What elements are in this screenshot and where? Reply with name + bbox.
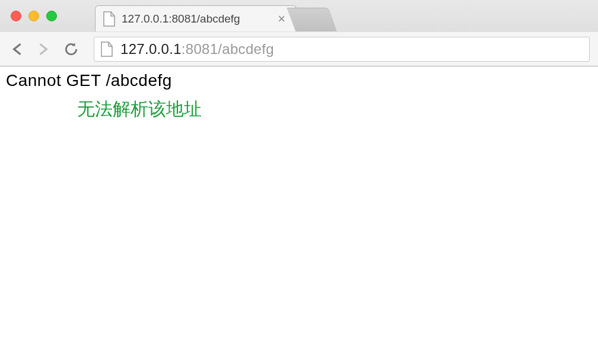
browser-tab[interactable]: 127.0.0.1:8081/abcdefg × [95,5,297,31]
back-button[interactable] [8,41,25,58]
browser-chrome: 127.0.0.1:8081/abcdefg × [0,0,598,66]
window-close-button[interactable] [11,11,21,21]
window-maximize-button[interactable] [46,11,57,21]
address-port-path: :8081/abcdefg [182,41,274,57]
tab-title: 127.0.0.1:8081/abcdefg [122,12,274,25]
error-message: Cannot GET /abcdefg [6,71,592,90]
page-content: Cannot GET /abcdefg 无法解析该地址 [0,66,598,126]
new-tab-button[interactable] [287,8,337,31]
reload-button[interactable] [63,41,79,58]
forward-button[interactable] [36,41,52,58]
toolbar: 127.0.0.1:8081/abcdefg [0,31,598,66]
file-icon [100,41,113,57]
address-bar[interactable]: 127.0.0.1:8081/abcdefg [94,37,590,62]
tab-close-icon[interactable]: × [274,11,289,27]
traffic-lights [11,11,57,21]
address-text: 127.0.0.1:8081/abcdefg [120,41,274,58]
tab-bar: 127.0.0.1:8081/abcdefg × [0,0,598,31]
window-minimize-button[interactable] [28,11,39,21]
file-icon [103,11,116,27]
address-host: 127.0.0.1 [120,41,182,57]
annotation-text: 无法解析该地址 [77,97,592,122]
